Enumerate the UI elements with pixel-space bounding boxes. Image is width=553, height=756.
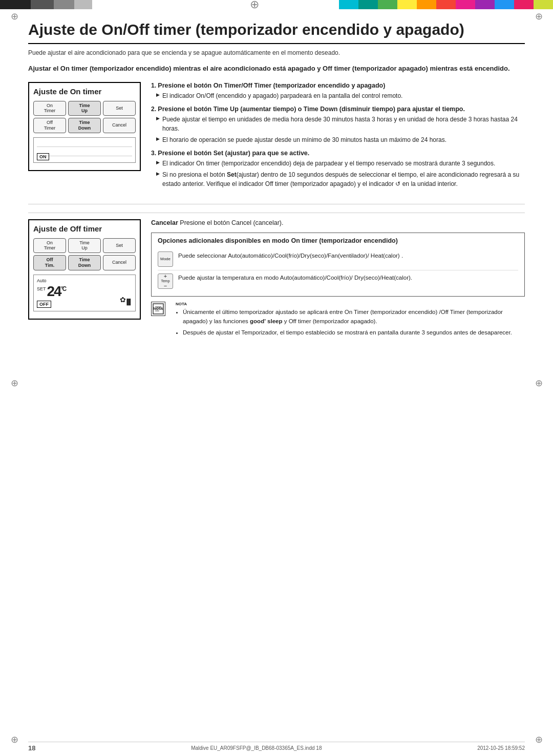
intro-text: Puede ajustar el aire acondicionado para… (28, 49, 525, 56)
option2-text: Puede ajustar la temperatura en modo Aut… (178, 274, 412, 282)
color-blue (495, 0, 514, 9)
color-yellow (397, 0, 417, 9)
section-bold-title: Ajustar el On timer (temporizador encend… (28, 64, 525, 74)
option-temp-row: + Temp − Puede ajustar la temperatura en… (158, 270, 518, 292)
on-timer-display: ON (33, 137, 136, 163)
note-content: Únicamente el último temporizador ajusta… (176, 307, 525, 338)
note-item-2: Después de ajustar el Temporizador, el t… (183, 328, 525, 337)
bar-darkgray (31, 0, 54, 9)
section-divider (28, 204, 525, 204)
top-bar-center: ⊕ (169, 0, 339, 9)
note-svg-icon (152, 303, 164, 315)
color-green (378, 0, 397, 9)
color-pink (514, 0, 534, 9)
off-timer-display: Auto SET 24°C ✿ ▐▌ OFF (33, 275, 136, 311)
step1-title: 1. Presione el botón On Timer/Off Timer … (151, 82, 525, 89)
option-mode-row: Mode Puede seleccionar Auto(automático)/… (158, 248, 518, 270)
color-orange (417, 0, 436, 9)
off-indicator: OFF (37, 301, 51, 308)
step1-bullet1: El indicador On/Off (encendido y apagado… (151, 91, 525, 100)
off-time-down-btn[interactable]: Time Down (68, 255, 101, 270)
footer-right: 2012-10-25 18:59:52 (477, 745, 525, 751)
on-indicator: ON (37, 153, 49, 160)
color-purple (475, 0, 495, 9)
page-title: Ajuste de On/Off timer (temporizador enc… (28, 20, 525, 44)
color-teal (358, 0, 378, 9)
on-timer-box: Ajuste de On timer On Timer Time Up Set … (28, 82, 141, 171)
step2-bullet2: El horario de operación se puede ajustar… (151, 135, 525, 144)
bar-gray (54, 0, 74, 9)
time-down-btn[interactable]: Time Down (68, 118, 101, 133)
off-timer-right-panel: Cancelar Presione el botón Cancel (cance… (151, 219, 525, 338)
note-item-1: Únicamente el último temporizador ajusta… (183, 307, 525, 326)
color-cyan (339, 0, 358, 9)
temp-display: 24°C (47, 284, 66, 299)
reg-mark-bottom-left: ⊕ (9, 734, 19, 745)
time-up-btn[interactable]: Time Up (68, 101, 101, 116)
set-btn[interactable]: Set (103, 101, 136, 116)
off-timer-main-btn[interactable]: Off Tim. (33, 255, 66, 270)
top-bar-right (339, 0, 553, 9)
off-timer-section: Ajuste de Off timer On Timer Time Up Set… (28, 213, 525, 338)
step2-bullet1: Puede ajustar el tiempo en unidades de m… (151, 115, 525, 133)
option1-text: Puede seleccionar Auto(automático)/Cool(… (178, 251, 403, 260)
cancel-row: Cancelar Presione el botón Cancel (cance… (151, 219, 525, 226)
bar-black (0, 0, 31, 9)
on-timer-section: Ajuste de On timer On Timer Time Up Set … (28, 82, 525, 194)
reg-mark-bottom-right: ⊕ (534, 734, 544, 745)
off-timer-btn[interactable]: Off Timer (33, 118, 66, 133)
display-line-2 (37, 150, 132, 156)
color-magenta (456, 0, 475, 9)
step3-title: 3. Presione el botón Set (ajustar) para … (151, 150, 525, 157)
bar-lightgray (74, 0, 92, 9)
step2-title: 2. Presione el botón Time Up (aumentar t… (151, 106, 525, 113)
cancel-btn[interactable]: Cancel (103, 118, 136, 133)
step3-bullet1: El indicador On timer (temporizador ence… (151, 159, 525, 168)
on-timer-btn[interactable]: On Timer (33, 101, 66, 116)
off-time-up-btn[interactable]: Time Up (68, 238, 101, 254)
reg-mark-top-left: ⊕ (9, 11, 19, 22)
off-timer-buttons: On Timer Time Up Set Off Tim. Time Down … (33, 238, 136, 270)
page-number: 18 (28, 744, 35, 752)
temp-icon: + Temp − (158, 274, 173, 289)
set-label: SET (37, 286, 46, 291)
footer-left: Maldive EU_AR09FSFP@_IB_DB68-03365A_ES.i… (191, 745, 322, 751)
top-color-bar: ⊕ (0, 0, 553, 9)
step-2: 2. Presione el botón Time Up (aumentar t… (151, 106, 525, 144)
color-lime (534, 0, 553, 9)
off-cancel-btn[interactable]: Cancel (103, 255, 136, 270)
display-line-1 (37, 141, 132, 147)
off-timer-left-panel: Ajuste de Off timer On Timer Time Up Set… (28, 219, 141, 338)
on-timer-right-panel: 1. Presione el botón On Timer/Off Timer … (151, 82, 525, 194)
on-timer-title: Ajuste de On timer (33, 87, 136, 96)
on-timer-buttons: On Timer Time Up Set Off Timer Time Down… (33, 101, 136, 133)
reg-mark-top-center: ⊕ (250, 0, 259, 11)
step3-bullet2: Si no presiona el botón Set(ajustar) den… (151, 170, 525, 188)
note-box: NOTA NOTA Únicamente el último temporiza… (151, 302, 525, 338)
on-timer-left-panel: Ajuste de On timer On Timer Time Up Set … (28, 82, 141, 194)
off-timer-box: Ajuste de Off timer On Timer Time Up Set… (28, 219, 141, 320)
page-content: Ajuste de On/Off timer (temporizador enc… (28, 20, 525, 736)
mode-icon: Mode (158, 251, 173, 267)
off-on-timer-btn[interactable]: On Timer (33, 238, 66, 254)
reg-mark-mid-left: ⊕ (9, 378, 19, 388)
auto-label: Auto (37, 278, 132, 283)
options-title: Opciones adicionales disponibles en modo… (158, 237, 518, 244)
options-box: Opciones adicionales disponibles en modo… (151, 233, 525, 297)
off-timer-title: Ajuste de Off timer (33, 224, 136, 233)
off-set-btn[interactable]: Set (103, 238, 136, 254)
color-red (436, 0, 456, 9)
bottom-bar: 18 Maldive EU_AR09FSFP@_IB_DB68-03365A_E… (28, 742, 525, 752)
wifi-bars: ▐▌ (124, 299, 133, 305)
step-1: 1. Presione el botón On Timer/Off Timer … (151, 82, 525, 100)
nota-icon: NOTA (151, 302, 165, 316)
nota-label: NOTA (176, 302, 525, 306)
reg-mark-mid-right: ⊕ (534, 378, 544, 388)
reg-mark-top-right: ⊕ (534, 11, 544, 22)
step-3: 3. Presione el botón Set (ajustar) para … (151, 150, 525, 188)
